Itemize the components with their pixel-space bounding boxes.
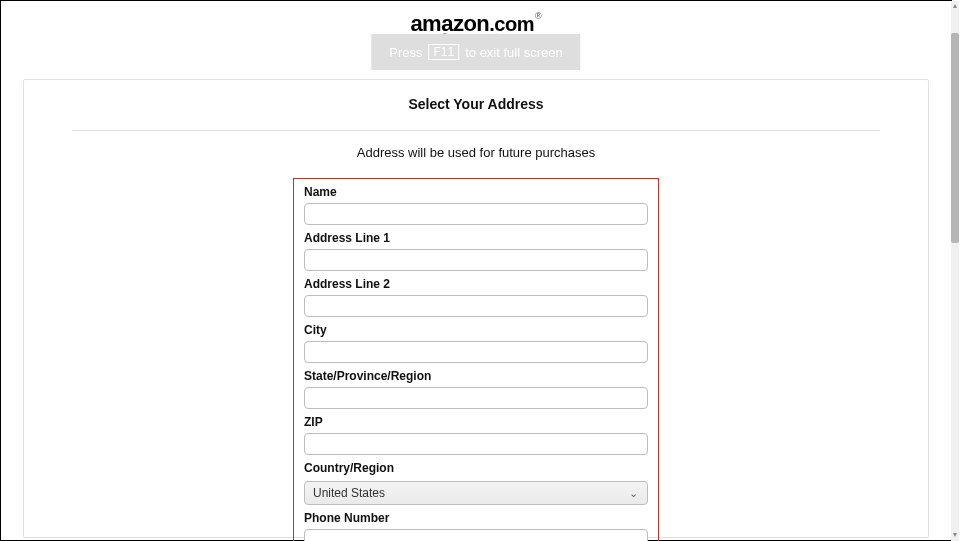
address-form: Name Address Line 1 Address Line 2 City … [293,178,659,541]
label-address1: Address Line 1 [304,231,648,245]
divider [72,130,880,131]
city-input[interactable] [304,341,648,363]
country-select[interactable]: United States [304,481,648,505]
logo-com: .com [489,13,534,35]
label-name: Name [304,185,648,199]
label-phone: Phone Number [304,511,648,525]
card-subtitle: Address will be used for future purchase… [72,145,880,160]
fs-before: Press [389,45,422,60]
app-window: amazon.com® Press F11 to exit full scree… [0,0,952,541]
logo-amazon: amazon [410,11,489,36]
name-input[interactable] [304,203,648,225]
label-city: City [304,323,648,337]
scrollbar-thumb[interactable] [951,33,959,243]
fs-after: to exit full screen [465,45,563,60]
address2-input[interactable] [304,295,648,317]
state-input[interactable] [304,387,648,409]
label-address2: Address Line 2 [304,277,648,291]
scroll-up-icon[interactable]: ▴ [951,1,959,13]
card-title: Select Your Address [72,96,880,112]
fs-key: F11 [429,44,460,60]
address1-input[interactable] [304,249,648,271]
zip-input[interactable] [304,433,648,455]
logo-trademark: ® [535,11,542,21]
scrollbar-track[interactable]: ▴ ▾ [951,1,959,541]
fullscreen-banner: Press F11 to exit full screen [371,34,580,70]
scroll-down-icon[interactable]: ▾ [951,530,959,541]
address-card: Select Your Address Address will be used… [23,79,929,538]
label-zip: ZIP [304,415,648,429]
label-state: State/Province/Region [304,369,648,383]
phone-input[interactable] [304,529,648,541]
label-country: Country/Region [304,461,648,475]
